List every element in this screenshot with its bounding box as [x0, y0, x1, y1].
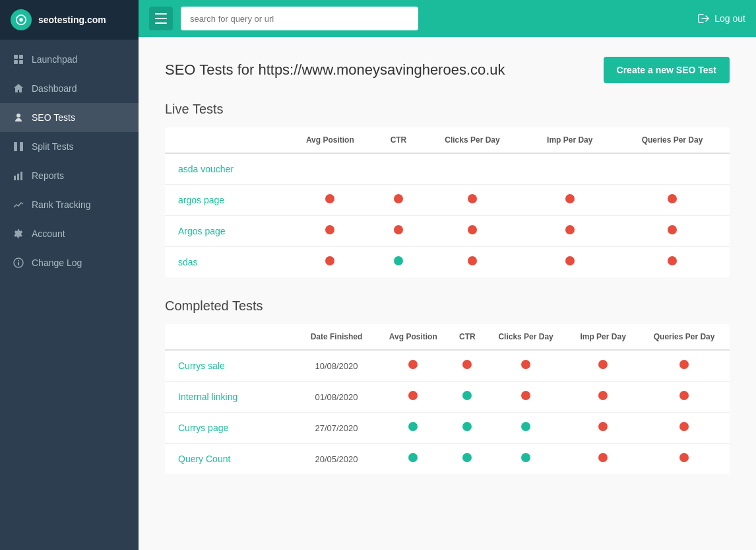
completed-col-clicks: Clicks Per Day: [484, 324, 567, 350]
avg-position-cell: [376, 382, 451, 413]
settings-icon: [13, 228, 24, 239]
sidebar-label-rank-tracking: Rank Tracking: [32, 199, 90, 210]
logout-button[interactable]: Log out: [697, 13, 745, 24]
status-dot: [325, 256, 334, 265]
sidebar-item-split-tests[interactable]: Split Tests: [0, 132, 139, 161]
svg-rect-5: [19, 60, 23, 64]
status-dot: [394, 194, 403, 203]
svg-rect-8: [14, 176, 16, 180]
status-dot: [462, 422, 472, 431]
test-link[interactable]: argos page: [178, 195, 224, 205]
topbar: Log out: [139, 0, 756, 37]
sidebar-item-account[interactable]: Account: [0, 219, 139, 248]
logo-text: seotesting.com: [38, 15, 106, 25]
sidebar-item-changelog[interactable]: Change Log: [0, 248, 139, 277]
status-dot: [408, 391, 418, 400]
status-dot: [468, 194, 477, 203]
avg-position-cell: [376, 350, 451, 382]
status-dot: [679, 453, 689, 462]
completed-tests-title: Completed Tests: [165, 298, 730, 314]
test-name-cell: sdas: [165, 247, 283, 278]
test-link[interactable]: Argos page: [178, 226, 226, 236]
live-col-queries: Queries Per Day: [615, 127, 730, 153]
ctr-cell: [377, 153, 420, 185]
status-dot: [679, 391, 689, 400]
table-row: sdas: [165, 247, 730, 278]
sidebar-label-changelog: Change Log: [32, 258, 82, 268]
test-name-cell: Internal linking: [165, 382, 297, 413]
status-dot: [468, 225, 477, 234]
status-dot: [521, 360, 530, 369]
ctr-cell: [451, 444, 485, 475]
live-tests-title: Live Tests: [165, 102, 730, 117]
test-name-cell: Query Count: [165, 444, 297, 475]
avg-position-cell: [376, 444, 451, 475]
live-tests-table: Avg Position CTR Clicks Per Day Imp Per …: [165, 127, 730, 277]
completed-tests-table-container: Date Finished Avg Position CTR Clicks Pe…: [165, 324, 730, 474]
svg-rect-2: [14, 55, 18, 59]
create-seo-test-button[interactable]: Create a new SEO Test: [604, 57, 730, 83]
status-dot: [325, 225, 334, 234]
search-input[interactable]: [181, 7, 418, 30]
test-link[interactable]: Currys page: [178, 423, 228, 433]
sidebar-label-reports: Reports: [32, 170, 64, 181]
clicks-cell: [484, 350, 567, 382]
test-link[interactable]: sdas: [178, 257, 198, 267]
table-row: Currys page 27/07/2020: [165, 413, 730, 444]
completed-col-queries: Queries Per Day: [639, 324, 730, 350]
hamburger-line-2: [155, 18, 167, 19]
queries-cell: [639, 444, 730, 475]
svg-point-1: [19, 18, 22, 21]
live-col-clicks: Clicks Per Day: [420, 127, 524, 153]
status-dot: [521, 391, 530, 400]
logout-icon: [697, 13, 709, 24]
sidebar-item-reports[interactable]: Reports: [0, 161, 139, 190]
main-wrapper: Log out SEO Tests for https://www.moneys…: [139, 0, 756, 550]
hamburger-button[interactable]: [149, 7, 173, 30]
test-name-cell: argos page: [165, 185, 283, 216]
live-tests-tbody: asda voucher argos page Argos page sdas: [165, 153, 730, 277]
ctr-cell: [451, 350, 485, 382]
ctr-cell: [451, 382, 485, 413]
test-link[interactable]: Currys sale: [178, 361, 225, 371]
table-row: Argos page: [165, 216, 730, 247]
clicks-cell: [420, 216, 524, 247]
live-col-imp: Imp Per Day: [524, 127, 615, 153]
test-name-cell: Argos page: [165, 216, 283, 247]
status-dot: [521, 422, 530, 431]
test-link[interactable]: Query Count: [178, 454, 230, 464]
test-link[interactable]: asda voucher: [178, 164, 234, 174]
imp-cell: [567, 350, 639, 382]
live-tests-table-container: Avg Position CTR Clicks Per Day Imp Per …: [165, 127, 730, 277]
sidebar-item-launchpad[interactable]: Launchpad: [0, 45, 139, 74]
ctr-cell: [377, 185, 420, 216]
queries-cell: [615, 185, 730, 216]
test-link[interactable]: Internal linking: [178, 392, 237, 402]
table-row: argos page: [165, 185, 730, 216]
live-col-avg-position: Avg Position: [283, 127, 377, 153]
completed-col-ctr: CTR: [451, 324, 485, 350]
trending-icon: [13, 199, 24, 210]
completed-tests-table: Date Finished Avg Position CTR Clicks Pe…: [165, 324, 730, 474]
page-title: SEO Tests for https://www.moneysavingher…: [165, 61, 505, 79]
sidebar-item-rank-tracking[interactable]: Rank Tracking: [0, 190, 139, 219]
table-row: asda voucher: [165, 153, 730, 185]
queries-cell: [639, 382, 730, 413]
completed-col-imp: Imp Per Day: [567, 324, 639, 350]
hamburger-line-3: [155, 22, 167, 24]
sidebar-item-seo-tests[interactable]: SEO Tests: [0, 103, 139, 132]
test-name-cell: asda voucher: [165, 153, 283, 185]
content-area: SEO Tests for https://www.moneysavingher…: [139, 37, 756, 550]
sidebar-label-dashboard: Dashboard: [32, 83, 77, 94]
svg-rect-13: [18, 262, 19, 265]
status-dot: [565, 194, 575, 203]
status-dot: [468, 256, 477, 265]
avg-position-cell: [283, 153, 377, 185]
live-col-ctr: CTR: [377, 127, 420, 153]
queries-cell: [615, 247, 730, 278]
status-dot: [462, 391, 472, 400]
clicks-cell: [420, 247, 524, 278]
svg-rect-3: [19, 55, 23, 59]
status-dot: [394, 225, 403, 234]
sidebar-item-dashboard[interactable]: Dashboard: [0, 74, 139, 103]
